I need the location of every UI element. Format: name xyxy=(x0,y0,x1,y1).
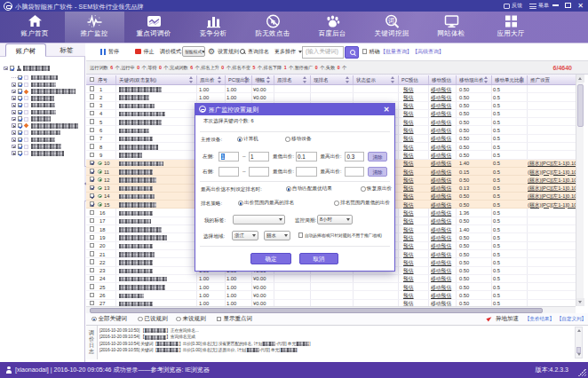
row-checkbox[interactable] xyxy=(90,201,94,206)
pc-estimate-link[interactable]: 预估 xyxy=(403,103,414,109)
table-row[interactable]: 241.001.00¥0.00预估移动预估0.500.5 xyxy=(86,275,576,283)
tree-checkbox[interactable] xyxy=(18,96,22,100)
pc-estimate-link[interactable]: 预估 xyxy=(403,193,414,200)
left-max-input[interactable]: 0.3 xyxy=(345,152,364,161)
sort-arrows-icon[interactable] xyxy=(218,76,222,83)
row-checkbox[interactable] xyxy=(90,235,94,240)
sort-arrows-icon[interactable] xyxy=(244,76,249,83)
right-to-input[interactable] xyxy=(249,167,269,177)
column-header-1[interactable]: 关键词(双击复制) xyxy=(119,75,197,85)
mobile-estimate-link[interactable]: 移动预估 xyxy=(431,153,451,159)
nav-item-2[interactable]: 推广监控 xyxy=(65,12,124,43)
tree-checkbox[interactable] xyxy=(18,138,22,142)
pc-estimate-link[interactable]: 预估 xyxy=(403,185,414,192)
pause-button[interactable]: 暂停 xyxy=(100,43,119,60)
pc-estimate-link[interactable]: 预估 xyxy=(403,128,414,134)
mobile-estimate-link[interactable]: 移动预估 xyxy=(431,260,451,266)
tab-labels[interactable]: 标签 xyxy=(46,43,87,57)
mobile-estimate-link[interactable]: 移动预估 xyxy=(431,285,451,291)
nav-item-7[interactable]: 词关键词挖掘 xyxy=(362,12,422,43)
expand-icon[interactable] xyxy=(12,110,16,114)
left-clear-button[interactable]: 清除 xyxy=(368,152,387,161)
row-checkbox[interactable] xyxy=(90,243,94,248)
exact-checkbox[interactable]: 精确 xyxy=(362,43,379,60)
adv-query-link[interactable]: 【高级查询】 xyxy=(412,43,444,60)
expand-icon[interactable] xyxy=(12,96,16,100)
table-horizontal-scrollbar[interactable] xyxy=(86,306,576,313)
mobile-estimate-link[interactable]: 移动预估 xyxy=(431,218,451,224)
right-from-input[interactable] xyxy=(219,167,239,177)
close-button[interactable]: ✕ xyxy=(575,0,586,12)
row-checkbox[interactable] xyxy=(90,111,94,115)
expand-icon[interactable] xyxy=(12,83,16,87)
tree-checkbox[interactable] xyxy=(18,151,22,155)
pc-estimate-link[interactable]: 预估 xyxy=(403,227,414,233)
log-scroll-thumb[interactable] xyxy=(576,347,581,353)
nav-item-6[interactable]: 百度后台 xyxy=(303,12,362,43)
promo-setting-link[interactable]: (丽水)[PC][左1-1]0.10~0.3 xyxy=(528,169,576,176)
sort-arrows-icon[interactable] xyxy=(520,76,524,83)
right-min-input[interactable] xyxy=(296,167,317,177)
pc-estimate-link[interactable]: 预估 xyxy=(403,293,414,299)
pc-estimate-link[interactable]: 预估 xyxy=(403,169,414,176)
mobile-estimate-link[interactable]: 移动预估 xyxy=(431,193,451,200)
pc-estimate-link[interactable]: 预估 xyxy=(403,145,414,151)
dialog-close-button[interactable]: ✕ xyxy=(382,104,391,115)
pc-estimate-link[interactable]: 预估 xyxy=(403,268,414,274)
log-scrollbar[interactable] xyxy=(575,327,583,358)
pc-estimate-link[interactable]: 预估 xyxy=(403,136,414,142)
mobile-estimate-link[interactable]: 移动预估 xyxy=(431,276,451,282)
tab-account-tree[interactable]: 账户树 xyxy=(5,43,46,57)
promo-setting-link[interactable]: (丽水)[PC][左1-1]0.10~0.3 xyxy=(528,202,576,209)
pc-estimate-link[interactable]: 预估 xyxy=(403,285,414,291)
right-clear-button[interactable]: 清除 xyxy=(368,167,387,177)
table-row[interactable]: 11.001.00¥0.00预估移动预估0.500.5 xyxy=(86,85,576,93)
cancel-button[interactable]: 取消 xyxy=(299,253,338,264)
left-to-input[interactable]: 1 xyxy=(249,152,269,161)
sort-arrows-icon[interactable] xyxy=(303,76,307,83)
mobile-estimate-link[interactable]: 移动预估 xyxy=(431,252,451,258)
tree-checkbox[interactable] xyxy=(18,110,22,114)
more-ops-button[interactable]: 更多操作 xyxy=(274,43,302,60)
scroll-down-button[interactable] xyxy=(576,298,584,306)
left-from-input[interactable]: 1 xyxy=(219,152,239,161)
row-checkbox[interactable] xyxy=(90,161,94,165)
tree-item[interactable] xyxy=(12,150,64,157)
collapse-expander-icon[interactable] xyxy=(4,67,8,71)
set-rules-button[interactable]: ⚙ 设置规则 xyxy=(208,43,239,60)
device-pc-radio[interactable]: 计算机 xyxy=(237,136,258,143)
minimize-button[interactable] xyxy=(550,0,561,12)
menu-button[interactable]: 菜单 xyxy=(529,0,549,12)
row-checkbox[interactable] xyxy=(90,268,94,272)
left-min-input[interactable]: 0.1 xyxy=(296,152,317,161)
expand-icon[interactable] xyxy=(12,103,16,107)
row-checkbox[interactable] xyxy=(90,119,94,123)
pc-estimate-link[interactable]: 预估 xyxy=(403,202,414,209)
tree-checkbox[interactable] xyxy=(18,89,22,93)
pc-estimate-link[interactable]: 预估 xyxy=(403,95,414,101)
pc-estimate-link[interactable]: 预估 xyxy=(403,153,414,159)
stop-button[interactable]: 停止 xyxy=(135,43,155,60)
nav-item-4[interactable]: 竞争分析 xyxy=(184,12,243,43)
expand-icon[interactable] xyxy=(12,123,16,128)
show-key-checkbox[interactable]: 显示重点词 xyxy=(217,313,252,325)
tree-checkbox[interactable] xyxy=(18,130,22,135)
strategy-highest-radio[interactable]: 出价范围内最高的排名 xyxy=(238,200,294,207)
pc-estimate-link[interactable]: 预估 xyxy=(403,177,414,184)
table-row[interactable]: 21.001.00¥0.00预估移动预估0.500.5 xyxy=(86,93,576,101)
sort-arrows-icon[interactable] xyxy=(266,76,271,83)
select-all-checkbox[interactable] xyxy=(90,77,94,82)
row-checkbox[interactable] xyxy=(90,185,94,190)
mobile-estimate-link[interactable]: 移动预估 xyxy=(431,111,451,117)
ok-button[interactable]: 确定 xyxy=(250,253,291,264)
tree-checkbox[interactable] xyxy=(18,123,22,128)
row-checkbox[interactable] xyxy=(90,301,94,305)
remote-accel-button[interactable]: 异地加速 xyxy=(487,313,519,325)
fallback-auto-radio[interactable]: 自动匹配最优结果 xyxy=(286,185,332,193)
column-header-8[interactable]: PC预估 xyxy=(401,75,429,85)
row-checkbox[interactable] xyxy=(90,226,94,231)
cycle-select[interactable]: 8小时 xyxy=(317,215,353,224)
nav-item-1[interactable]: 账户首页 xyxy=(5,12,65,43)
mobile-estimate-link[interactable]: 移动预估 xyxy=(431,120,451,126)
mobile-estimate-link[interactable]: 移动预估 xyxy=(431,227,451,233)
